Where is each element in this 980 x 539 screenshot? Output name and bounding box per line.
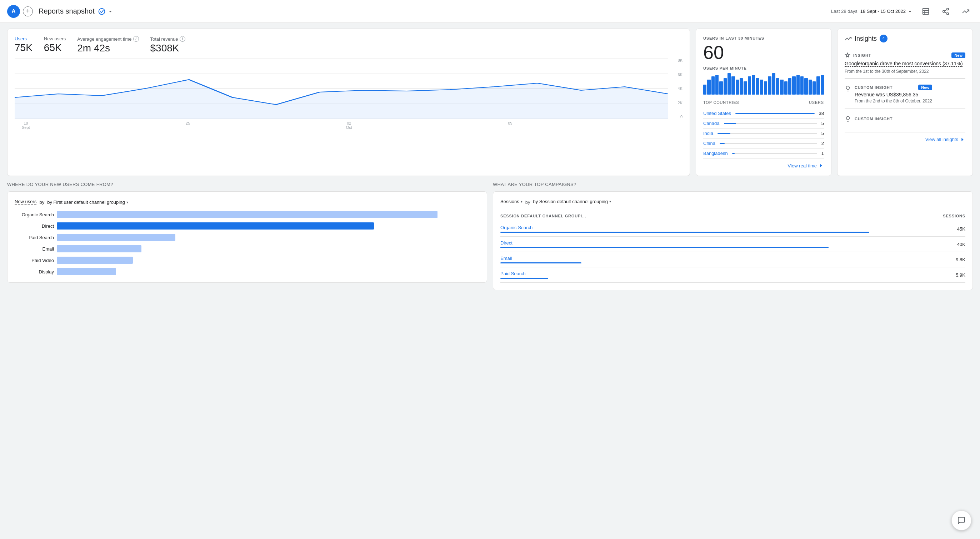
country-row: Canada 5 [703, 119, 824, 128]
countries-header: TOP COUNTRIES USERS [703, 100, 824, 107]
users-value: 75K [14, 42, 32, 54]
sparkle-icon [845, 52, 850, 58]
bar-row: Organic Search [14, 211, 480, 218]
realtime-label: USERS IN LAST 30 MINUTES [703, 36, 824, 40]
sessions-dropdown[interactable]: Sessions ▾ [500, 199, 522, 205]
per-minute-bar [780, 79, 783, 95]
per-minute-bar [756, 78, 759, 95]
insight-item-1: INSIGHT New Google/organic drove the mos… [845, 48, 966, 79]
channel-grouping-dropdown-2[interactable]: by Session default channel grouping ▾ [533, 199, 611, 205]
insight-title-2[interactable]: Revenue was US$39,856.35 [854, 92, 932, 97]
svg-point-5 [947, 8, 949, 10]
engagement-info-icon[interactable]: i [133, 36, 139, 42]
insight-label-row-2: CUSTOM INSIGHT New [854, 85, 932, 90]
users-chart: 8K6K4K2K0 18Sept 25 02Oct 09 [14, 58, 682, 130]
sessions-dropdown-row: Sessions ▾ by by Session default channel… [500, 199, 966, 205]
bar-container [57, 211, 480, 218]
reports-icon-button[interactable] [919, 4, 933, 19]
new-users-card: New users by by First user default chann… [7, 191, 487, 283]
sessions-count-cell: 5.9K [869, 267, 966, 283]
per-minute-bar [703, 85, 706, 95]
country-name[interactable]: China [703, 141, 715, 146]
revenue-label: Total revenue i [150, 36, 185, 42]
bar-label: Paid Video [14, 258, 54, 263]
country-bar [718, 133, 730, 134]
share-icon-button[interactable] [939, 4, 953, 19]
bar-container [57, 245, 480, 252]
insight-type-label-3: CUSTOM INSIGHT [854, 117, 892, 121]
bar-container [57, 234, 480, 241]
table-row: Paid Search 5.9K [500, 267, 966, 283]
per-minute-bar [715, 75, 719, 95]
per-minute-bar [760, 79, 763, 95]
country-count: 5 [821, 131, 824, 136]
header: A + Reports snapshot Last 28 days 18 Sep… [0, 0, 980, 23]
country-row: Bangladesh 1 [703, 149, 824, 159]
per-minute-bar [776, 78, 779, 95]
svg-rect-1 [923, 8, 929, 14]
bar-fill [57, 222, 374, 230]
date-range-value[interactable]: 18 Sept - 15 Oct 2022 [861, 9, 913, 14]
bar-fill [57, 257, 133, 264]
view-all-insights-link[interactable]: View all insights [845, 132, 966, 143]
country-row: India 5 [703, 128, 824, 138]
revenue-info-icon[interactable]: i [180, 36, 185, 42]
insight-type-label-1: INSIGHT [853, 53, 871, 57]
bar-container [57, 268, 480, 275]
users-metric: Users 75K [14, 36, 32, 54]
header-right: Last 28 days 18 Sept - 15 Oct 2022 [831, 4, 973, 19]
status-indicator [98, 8, 105, 15]
bar-label: Display [14, 269, 54, 274]
per-minute-bar [744, 81, 747, 95]
add-account-button[interactable]: + [23, 6, 33, 16]
bar-label: Paid Search [14, 235, 54, 240]
insight-title-1[interactable]: Google/organic drove the most conversion… [845, 60, 966, 67]
avatar[interactable]: A [7, 5, 20, 18]
country-name[interactable]: India [703, 131, 713, 136]
channel-name[interactable]: Email [500, 255, 869, 261]
country-name[interactable]: United States [703, 111, 731, 116]
country-row: United States 38 [703, 108, 824, 119]
insight-type-row-1: INSIGHT New [845, 52, 966, 58]
per-minute-bar [707, 79, 710, 95]
bar-container [57, 257, 480, 264]
users-col-label: USERS [809, 100, 824, 105]
svg-marker-15 [14, 79, 668, 119]
per-minute-bar [788, 78, 791, 95]
country-bar-wrap [718, 133, 817, 134]
channel-grouping-dropdown[interactable]: ▾ [126, 200, 128, 204]
channel-name[interactable]: Direct [500, 240, 869, 246]
insight-item-2: CUSTOM INSIGHT New Revenue was US$39,856… [845, 80, 966, 108]
svg-line-9 [945, 9, 947, 11]
channel-name[interactable]: Paid Search [500, 271, 869, 276]
country-name[interactable]: Bangladesh [703, 151, 728, 156]
insight-desc-1: From the 1st to the 30th of September, 2… [845, 69, 966, 74]
per-minute-bar [813, 81, 816, 95]
bar-row: Email [14, 245, 480, 252]
insight-item-3: CUSTOM INSIGHT [845, 110, 966, 128]
bar-row: Direct [14, 222, 480, 230]
country-name[interactable]: Canada [703, 120, 720, 126]
per-minute-bar [796, 75, 800, 95]
channel-cell: Paid Search [500, 267, 869, 283]
per-minute-bar [804, 78, 808, 95]
new-users-label: New users [44, 36, 66, 41]
per-minute-bar [768, 76, 771, 95]
sessions-count-cell: 9.8K [869, 252, 966, 267]
bar-row: Paid Video [14, 257, 480, 264]
title-dropdown-button[interactable] [107, 8, 114, 15]
per-minute-bar [772, 73, 775, 95]
sessions-count-cell: 40K [869, 237, 966, 252]
per-minute-bar [764, 81, 767, 95]
view-realtime-link[interactable]: View real time [703, 163, 824, 168]
page-title: Reports snapshot [38, 7, 95, 15]
new-users-subtitle-part2: by First user default channel grouping [47, 200, 125, 205]
table-row: Email 9.8K [500, 252, 966, 267]
metrics-card: Users 75K New users 65K Average engageme… [7, 29, 690, 176]
per-minute-bar [792, 76, 795, 95]
trends-icon-button[interactable] [959, 4, 973, 19]
per-minute-bar [727, 73, 731, 95]
channel-name[interactable]: Organic Search [500, 225, 869, 230]
country-bar-wrap [732, 153, 817, 154]
country-count: 38 [819, 111, 824, 116]
